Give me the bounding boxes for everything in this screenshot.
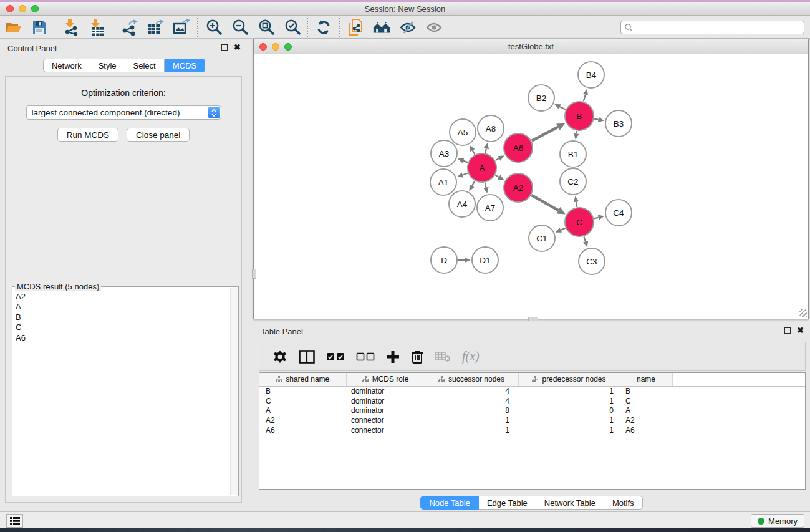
table-settings-gear-icon[interactable] <box>272 347 287 366</box>
graph-node-B3[interactable]: B3 <box>605 110 632 137</box>
add-column-icon[interactable] <box>386 347 400 366</box>
close-panel-icon[interactable]: ✖ <box>234 44 241 51</box>
network-window-titlebar[interactable]: testGlobe.txt <box>254 39 808 54</box>
graph-edge-B-B2[interactable] <box>560 107 566 109</box>
table-row[interactable]: A2connector11A2 <box>259 415 805 425</box>
float-panel-icon[interactable] <box>221 44 228 51</box>
graph-edge-B-B3[interactable] <box>594 119 599 120</box>
memory-button[interactable]: Memory <box>751 514 804 528</box>
select-all-icon[interactable] <box>326 347 345 366</box>
graph-edge-A-A6[interactable] <box>495 158 499 160</box>
graph-node-A4[interactable]: A4 <box>449 191 475 217</box>
zoom-out-icon[interactable] <box>230 19 249 36</box>
table-row[interactable]: Cdominator41C <box>259 396 805 406</box>
hide-selected-eye-icon[interactable] <box>398 19 417 36</box>
graph-node-C4[interactable]: C4 <box>605 200 632 226</box>
zoom-fit-icon[interactable] <box>256 19 275 36</box>
graph-node-D[interactable]: D <box>431 247 457 273</box>
float-table-panel-icon[interactable] <box>784 327 791 334</box>
graph-node-A7[interactable]: A7 <box>477 195 503 221</box>
tab-motifs[interactable]: Motifs <box>604 496 643 510</box>
refresh-icon[interactable] <box>314 19 333 36</box>
new-network-from-selection-icon[interactable] <box>346 19 365 36</box>
graph-node-A6[interactable]: A6 <box>504 133 533 162</box>
col-successor-nodes[interactable]: successor nodes <box>425 373 518 386</box>
table-row[interactable]: A6connector11A6 <box>259 425 805 435</box>
zoom-in-icon[interactable] <box>204 19 223 36</box>
close-table-panel-icon[interactable]: ✖ <box>797 327 804 334</box>
mcds-result-item[interactable]: C <box>14 322 229 332</box>
deselect-all-icon[interactable] <box>356 347 375 366</box>
toggle-column-view-icon[interactable] <box>299 347 315 366</box>
table-row[interactable]: Adominator80A <box>259 405 805 415</box>
result-scrollbar[interactable] <box>230 288 238 495</box>
export-network-icon[interactable] <box>120 19 138 36</box>
function-builder-icon[interactable]: f(x) <box>462 347 480 366</box>
graph-edge-A6-B[interactable] <box>532 127 558 141</box>
window-resize-grip[interactable] <box>799 309 807 317</box>
graph-node-B4[interactable]: B4 <box>578 62 604 88</box>
graph-node-C[interactable]: C <box>565 208 594 236</box>
mcds-result-item[interactable]: A6 <box>14 333 229 343</box>
tab-node-table[interactable]: Node Table <box>420 496 479 510</box>
col-name[interactable]: name <box>620 373 672 386</box>
task-history-button[interactable] <box>6 514 23 528</box>
graph-edge-A-A2[interactable] <box>495 175 499 177</box>
graph-node-A8[interactable]: A8 <box>478 115 504 142</box>
graph-node-D1[interactable]: D1 <box>472 247 498 273</box>
mcds-result-item[interactable]: A <box>14 302 229 312</box>
import-network-icon[interactable] <box>62 19 80 36</box>
table-row[interactable]: Bdominator41B <box>259 386 805 396</box>
export-image-icon[interactable] <box>172 19 191 36</box>
graph-node-B1[interactable]: B1 <box>560 141 586 167</box>
run-mcds-button[interactable]: Run MCDS <box>57 128 118 142</box>
graph-edge-A-A1[interactable] <box>463 173 468 175</box>
graph-node-A3[interactable]: A3 <box>431 140 457 167</box>
graph-node-A5[interactable]: A5 <box>450 119 476 145</box>
search-input[interactable] <box>634 23 804 32</box>
graph-edge-B-B1[interactable] <box>576 131 577 133</box>
open-file-icon[interactable] <box>4 19 22 36</box>
graph-edge-C-C1[interactable] <box>561 228 565 230</box>
splitter-handle-bottom[interactable] <box>528 317 538 321</box>
delete-table-icon[interactable] <box>435 347 451 366</box>
graph-node-C3[interactable]: C3 <box>579 248 605 274</box>
tab-style[interactable]: Style <box>90 59 125 72</box>
graph-node-A2[interactable]: A2 <box>504 173 533 202</box>
tab-network[interactable]: Network <box>43 59 90 72</box>
graph-edge-B-B4[interactable] <box>584 95 586 102</box>
close-panel-button[interactable]: Close panel <box>127 128 190 142</box>
graph-node-B[interactable]: B <box>565 102 594 130</box>
show-all-eye-icon[interactable] <box>425 19 443 36</box>
first-neighbors-icon[interactable] <box>372 19 391 36</box>
graph-edge-A-A8[interactable] <box>485 148 486 153</box>
import-table-icon[interactable] <box>88 19 107 36</box>
network-canvas[interactable]: B4B2BB3A5A8A6B1A3AC2A1A2A4A7C4CC1C3DD1 <box>254 55 808 318</box>
save-icon[interactable] <box>30 19 49 36</box>
splitter-handle-left[interactable] <box>252 269 256 279</box>
graph-edge-C-C2[interactable] <box>576 202 577 207</box>
search-field[interactable] <box>620 21 804 34</box>
tab-select[interactable]: Select <box>125 59 165 72</box>
graph-node-A[interactable]: A <box>468 153 496 182</box>
graph-edge-C-C3[interactable] <box>584 236 586 241</box>
delete-column-trash-icon[interactable] <box>411 347 423 366</box>
export-table-icon[interactable] <box>146 19 165 36</box>
tab-edge-table[interactable]: Edge Table <box>479 496 536 510</box>
graph-edge-A-A7[interactable] <box>485 183 486 188</box>
zoom-selected-icon[interactable] <box>282 19 301 36</box>
col-predecessor-nodes[interactable]: predecessor nodes <box>518 373 620 386</box>
mcds-result-item[interactable]: B <box>14 312 229 322</box>
tab-mcds[interactable]: MCDS <box>165 59 205 72</box>
graph-node-C2[interactable]: C2 <box>560 168 586 195</box>
col-shared-name[interactable]: shared name <box>259 373 346 386</box>
tab-network-table[interactable]: Network Table <box>536 496 604 510</box>
graph-node-B2[interactable]: B2 <box>528 85 554 111</box>
graph-edge-A2-C[interactable] <box>531 195 558 210</box>
col-mcds-role[interactable]: MCDS role <box>346 373 425 386</box>
mcds-result-item[interactable]: A2 <box>14 292 229 302</box>
graph-edge-A-A3[interactable] <box>463 161 468 163</box>
graph-edge-A-A4[interactable] <box>472 181 475 186</box>
graph-edge-A-A5[interactable] <box>473 150 475 154</box>
graph-edge-C-C4[interactable] <box>594 218 599 219</box>
